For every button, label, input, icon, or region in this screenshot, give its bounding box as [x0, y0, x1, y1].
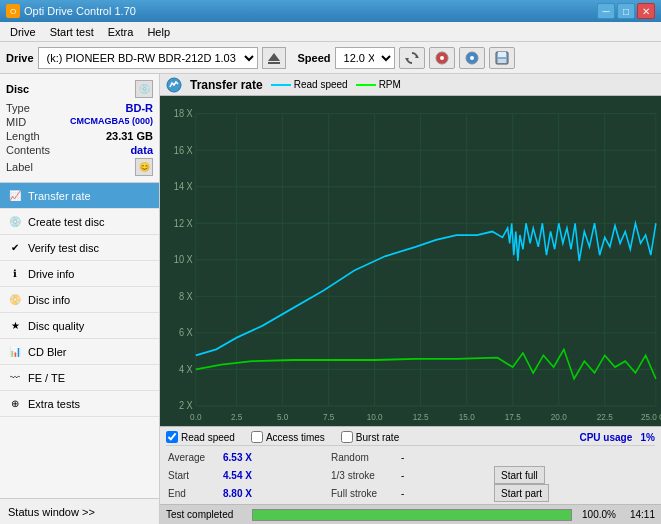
cd-bler-icon: 📊	[8, 345, 22, 359]
checkbox-burst-rate-input[interactable]	[341, 431, 353, 443]
speed-label: Speed	[298, 52, 331, 64]
menu-help[interactable]: Help	[141, 25, 176, 39]
nav-item-transfer-rate[interactable]: 📈 Transfer rate	[0, 183, 159, 209]
nav-item-label-disc-quality: Disc quality	[28, 320, 84, 332]
disc-type-label: Type	[6, 102, 30, 114]
close-button[interactable]: ✕	[637, 3, 655, 19]
stat-full-stroke-row: Full stroke -	[329, 484, 492, 502]
maximize-button[interactable]: □	[617, 3, 635, 19]
disc-contents-label: Contents	[6, 144, 50, 156]
stat-start-value: 4.54 X	[223, 470, 268, 481]
disc-quality-icon: ★	[8, 319, 22, 333]
stat-stroke13-label: 1/3 stroke	[331, 470, 401, 481]
disc-panel-icon-btn[interactable]: 💿	[135, 80, 153, 98]
svg-text:4 X: 4 X	[179, 363, 193, 375]
svg-text:16 X: 16 X	[174, 144, 193, 156]
nav-item-label-drive-info: Drive info	[28, 268, 74, 280]
stat-start-full-row: Start full	[492, 466, 655, 484]
svg-rect-9	[498, 52, 506, 57]
svg-text:8 X: 8 X	[179, 290, 193, 302]
cpu-label: CPU usage	[579, 432, 632, 443]
nav-item-fe-te[interactable]: 〰 FE / TE	[0, 365, 159, 391]
checkbox-read-speed-input[interactable]	[166, 431, 178, 443]
nav-item-extra-tests[interactable]: ⊕ Extra tests	[0, 391, 159, 417]
minimize-button[interactable]: ─	[597, 3, 615, 19]
stat-stroke13-value: -	[401, 470, 421, 481]
create-test-disc-icon: 💿	[8, 215, 22, 229]
disc-label-label: Label	[6, 161, 33, 173]
status-text: Test completed	[166, 509, 246, 520]
progress-bar-fill	[253, 510, 571, 520]
svg-text:17.5: 17.5	[505, 412, 521, 423]
checkbox-burst-rate[interactable]: Burst rate	[341, 431, 399, 443]
legend-read-speed-color	[271, 84, 291, 86]
stat-cpu-row	[492, 448, 655, 466]
svg-text:22.5: 22.5	[597, 412, 613, 423]
disc-panel-title: Disc	[6, 83, 29, 95]
stat-average-label: Average	[168, 452, 223, 463]
nav-item-label-transfer-rate: Transfer rate	[28, 190, 91, 202]
svg-rect-10	[498, 59, 506, 63]
svg-text:10 X: 10 X	[174, 254, 193, 266]
nav-item-create-test-disc[interactable]: 💿 Create test disc	[0, 209, 159, 235]
menu-bar: Drive Start test Extra Help	[0, 22, 661, 42]
disc-mid-label: MID	[6, 116, 26, 128]
svg-text:2.5: 2.5	[231, 412, 242, 423]
transfer-rate-icon: 📈	[8, 189, 22, 203]
svg-text:0.0: 0.0	[190, 412, 201, 423]
eject-button[interactable]	[262, 47, 286, 69]
disc-info-icon: 📀	[8, 293, 22, 307]
sidebar: Disc 💿 Type BD-R MID CMCMAGBA5 (000) Len…	[0, 74, 160, 524]
speed-select[interactable]: 12.0 X	[335, 47, 395, 69]
svg-text:6 X: 6 X	[179, 327, 193, 339]
status-window-button[interactable]: Status window >>	[0, 498, 159, 524]
nav-item-drive-info[interactable]: ℹ Drive info	[0, 261, 159, 287]
chart-svg: 18 X 16 X 14 X 12 X 10 X 8 X 6 X 4 X 2 X…	[160, 96, 661, 426]
legend-rpm-color	[356, 84, 376, 86]
nav-item-label-extra-tests: Extra tests	[28, 398, 80, 410]
drive-toolbar: Drive (k:) PIONEER BD-RW BDR-212D 1.03 S…	[0, 42, 661, 74]
info-button[interactable]	[459, 47, 485, 69]
stat-start-row: Start 4.54 X	[166, 466, 329, 484]
disc-length-value: 23.31 GB	[106, 130, 153, 142]
svg-text:10.0: 10.0	[367, 412, 383, 423]
extra-tests-icon: ⊕	[8, 397, 22, 411]
drive-info-icon: ℹ	[8, 267, 22, 281]
svg-text:12 X: 12 X	[174, 217, 193, 229]
legend-rpm-label: RPM	[379, 79, 401, 90]
drive-select[interactable]: (k:) PIONEER BD-RW BDR-212D 1.03	[38, 47, 258, 69]
nav-item-disc-quality[interactable]: ★ Disc quality	[0, 313, 159, 339]
refresh-button[interactable]	[399, 47, 425, 69]
disc-label-btn[interactable]: 😊	[135, 158, 153, 176]
fe-te-icon: 〰	[8, 371, 22, 385]
stat-end-value: 8.80 X	[223, 488, 268, 499]
disc-contents-value: data	[130, 144, 153, 156]
disc-type-value: BD-R	[126, 102, 154, 114]
svg-text:7.5: 7.5	[323, 412, 334, 423]
nav-item-cd-bler[interactable]: 📊 CD Bler	[0, 339, 159, 365]
menu-extra[interactable]: Extra	[102, 25, 140, 39]
menu-drive[interactable]: Drive	[4, 25, 42, 39]
nav-item-disc-info[interactable]: 📀 Disc info	[0, 287, 159, 313]
save-button[interactable]	[489, 47, 515, 69]
stat-random-row: Random -	[329, 448, 492, 466]
menu-start-test[interactable]: Start test	[44, 25, 100, 39]
nav-item-label-verify-test-disc: Verify test disc	[28, 242, 99, 254]
legend-read-speed-label: Read speed	[294, 79, 348, 90]
app-icon: O	[6, 4, 20, 18]
nav-item-verify-test-disc[interactable]: ✔ Verify test disc	[0, 235, 159, 261]
content-area: Transfer rate Read speed RPM	[160, 74, 661, 524]
checkbox-access-times-input[interactable]	[251, 431, 263, 443]
stats-bar: Read speed Access times Burst rate CPU u…	[160, 426, 661, 504]
stat-end-row: End 8.80 X	[166, 484, 329, 502]
chart-icon	[166, 77, 182, 93]
stat-random-label: Random	[331, 452, 401, 463]
stat-average-value: 6.53 X	[223, 452, 268, 463]
checkbox-access-times[interactable]: Access times	[251, 431, 325, 443]
start-full-button[interactable]: Start full	[494, 466, 545, 484]
checkbox-read-speed[interactable]: Read speed	[166, 431, 235, 443]
start-part-button[interactable]: Start part	[494, 484, 549, 502]
svg-point-5	[440, 56, 444, 60]
disc-button[interactable]	[429, 47, 455, 69]
svg-text:25.0 GB: 25.0 GB	[641, 412, 661, 423]
